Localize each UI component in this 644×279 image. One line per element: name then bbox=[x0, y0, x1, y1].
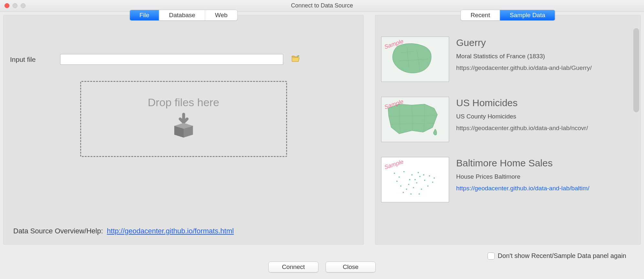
svg-point-13 bbox=[406, 189, 407, 190]
svg-point-10 bbox=[424, 180, 425, 181]
sample-desc: Moral Statistics of France (1833) bbox=[456, 53, 592, 60]
sample-meta: Baltimore Home Sales House Prices Baltim… bbox=[456, 157, 589, 202]
svg-point-3 bbox=[394, 173, 395, 174]
sample-item[interactable]: Sample Guerry Moral Statistics of France… bbox=[379, 31, 628, 92]
sample-url: https://geodacenter.github.io/data-and-l… bbox=[456, 64, 592, 72]
svg-point-5 bbox=[403, 171, 405, 172]
svg-point-22 bbox=[414, 179, 416, 180]
box-download-icon bbox=[169, 111, 198, 142]
sample-meta: Guerry Moral Statistics of France (1833)… bbox=[456, 37, 592, 82]
sample-meta: US Homicides US County Homicides https:/… bbox=[456, 97, 588, 142]
window-controls bbox=[0, 3, 26, 8]
help-label: Data Source Overview/Help: bbox=[13, 227, 103, 235]
svg-point-15 bbox=[421, 189, 422, 190]
sample-list: Sample Guerry Moral Statistics of France… bbox=[379, 31, 637, 212]
svg-point-18 bbox=[396, 181, 398, 182]
svg-point-19 bbox=[418, 172, 419, 173]
svg-point-11 bbox=[429, 175, 430, 176]
connect-button[interactable]: Connect bbox=[268, 262, 318, 273]
sample-thumbnail: Sample bbox=[381, 157, 449, 202]
sample-list-container: Sample Guerry Moral Statistics of France… bbox=[375, 25, 640, 244]
tab-database[interactable]: Database bbox=[159, 10, 205, 20]
source-panel: File Database Web Input file Drop files … bbox=[3, 15, 364, 245]
folder-open-icon[interactable] bbox=[291, 55, 300, 64]
svg-point-25 bbox=[410, 193, 412, 195]
dont-show-row: Don't show Recent/Sample Data panel agai… bbox=[488, 252, 626, 260]
svg-point-20 bbox=[434, 177, 435, 179]
svg-point-12 bbox=[400, 185, 402, 187]
svg-point-4 bbox=[399, 176, 400, 178]
dont-show-checkbox[interactable] bbox=[488, 252, 495, 260]
main-content: File Database Web Input file Drop files … bbox=[0, 12, 644, 245]
sample-thumbnail: Sample bbox=[381, 37, 449, 82]
input-file-field[interactable] bbox=[60, 54, 283, 65]
source-tabs: File Database Web bbox=[129, 10, 238, 21]
sample-desc: House Prices Baltimore bbox=[456, 173, 589, 180]
footer: Don't show Recent/Sample Data panel agai… bbox=[0, 248, 644, 279]
svg-point-9 bbox=[419, 176, 421, 177]
sample-title: Baltimore Home Sales bbox=[456, 158, 589, 169]
sample-item[interactable]: Sample US Homicides US County Homicides … bbox=[379, 92, 628, 152]
sample-item[interactable]: Sample bbox=[379, 152, 628, 212]
tab-file[interactable]: File bbox=[130, 10, 159, 20]
svg-point-16 bbox=[427, 185, 428, 187]
svg-point-8 bbox=[416, 182, 417, 184]
help-row: Data Source Overview/Help: http://geodac… bbox=[13, 227, 234, 235]
input-file-label: Input file bbox=[10, 56, 52, 63]
dialog-buttons: Connect Close bbox=[268, 262, 376, 273]
window-title: Connect to Data Source bbox=[0, 2, 644, 9]
help-link[interactable]: http://geodacenter.github.io/formats.htm… bbox=[107, 227, 234, 235]
sample-title: US Homicides bbox=[456, 97, 588, 108]
file-dropzone[interactable]: Drop files here bbox=[80, 81, 287, 157]
sample-desc: US County Homicides bbox=[456, 113, 588, 120]
svg-point-14 bbox=[413, 187, 414, 188]
tab-recent[interactable]: Recent bbox=[461, 10, 500, 20]
tab-sample-data[interactable]: Sample Data bbox=[500, 10, 555, 20]
input-file-row: Input file bbox=[10, 54, 357, 65]
window-close-button[interactable] bbox=[5, 3, 9, 8]
svg-point-6 bbox=[409, 179, 410, 180]
scrollbar-thumb[interactable] bbox=[633, 28, 639, 112]
window-minimize-button[interactable] bbox=[13, 3, 17, 8]
dont-show-label: Don't show Recent/Sample Data panel agai… bbox=[498, 252, 626, 260]
svg-point-23 bbox=[423, 174, 424, 175]
svg-point-21 bbox=[408, 184, 409, 185]
sample-thumbnail: Sample bbox=[381, 97, 449, 142]
sample-url: https://geodacenter.github.io/data-and-l… bbox=[456, 125, 588, 132]
svg-point-17 bbox=[432, 182, 433, 183]
svg-point-24 bbox=[403, 192, 404, 193]
sample-panel: Recent Sample Data Sample Guerry bbox=[375, 15, 641, 245]
svg-point-26 bbox=[419, 193, 420, 195]
dropzone-label: Drop files here bbox=[148, 96, 219, 109]
svg-point-7 bbox=[411, 174, 413, 175]
tab-web[interactable]: Web bbox=[205, 10, 237, 20]
close-button[interactable]: Close bbox=[326, 262, 376, 273]
sample-tabs: Recent Sample Data bbox=[460, 10, 555, 21]
sample-url-link[interactable]: https://geodacenter.github.io/data-and-l… bbox=[456, 185, 589, 192]
sample-title: Guerry bbox=[456, 37, 592, 48]
window-maximize-button[interactable] bbox=[21, 3, 26, 8]
